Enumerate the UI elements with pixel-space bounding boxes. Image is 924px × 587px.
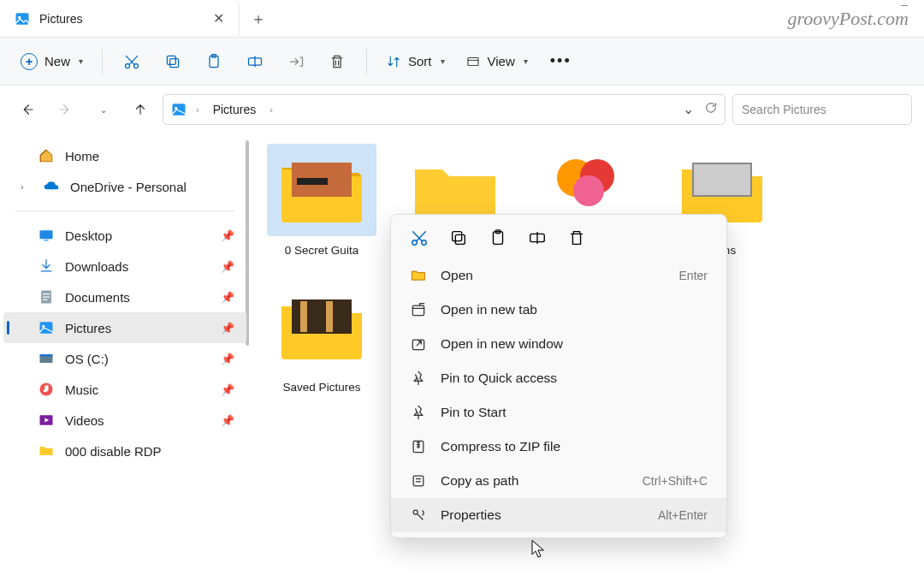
svg-rect-13 bbox=[44, 240, 49, 241]
pin-icon: 📌 bbox=[221, 353, 234, 365]
share-button[interactable] bbox=[277, 46, 315, 77]
ctx-shortcut: Enter bbox=[679, 269, 708, 282]
sidebar-label: 000 disable RDP bbox=[65, 444, 162, 459]
copy-button[interactable] bbox=[449, 228, 468, 247]
ctx-pin-quick-access[interactable]: Pin to Quick access bbox=[391, 361, 726, 395]
svg-rect-9 bbox=[468, 57, 478, 65]
pin-icon bbox=[410, 404, 427, 421]
up-button[interactable] bbox=[125, 94, 156, 125]
recent-button[interactable]: ⌄ bbox=[87, 94, 118, 125]
context-menu: Open Enter Open in new tab Open in new w… bbox=[390, 214, 727, 538]
sidebar-label: OneDrive - Personal bbox=[70, 180, 187, 194]
sidebar-label: OS (C:) bbox=[65, 352, 109, 366]
ctx-label: Compress to ZIP file bbox=[441, 439, 560, 454]
sidebar-item-home[interactable]: Home bbox=[3, 140, 246, 171]
ctx-label: Copy as path bbox=[441, 473, 518, 489]
ctx-label: Open bbox=[441, 268, 473, 283]
ctx-label: Open in new window bbox=[441, 336, 563, 352]
ctx-properties[interactable]: Properties Alt+Enter bbox=[391, 498, 726, 532]
sidebar-label: Desktop bbox=[65, 228, 112, 243]
folder-open-icon bbox=[410, 267, 427, 284]
ctx-compress-zip[interactable]: Compress to ZIP file bbox=[391, 430, 726, 464]
folder-label: 0 Secret Guita bbox=[285, 243, 358, 258]
properties-icon bbox=[410, 507, 427, 524]
cut-button[interactable] bbox=[113, 46, 151, 77]
new-tab-icon bbox=[410, 301, 427, 318]
ctx-label: Pin to Quick access bbox=[441, 371, 557, 386]
ctx-copy-path[interactable]: Copy as path Ctrl+Shift+C bbox=[391, 464, 726, 498]
paste-button[interactable] bbox=[195, 46, 233, 77]
ctx-open-new-window[interactable]: Open in new window bbox=[391, 327, 726, 361]
sidebar-label: Home bbox=[65, 149, 99, 163]
view-button[interactable]: View ▾ bbox=[457, 49, 536, 74]
pin-icon bbox=[410, 370, 427, 387]
paste-button[interactable] bbox=[489, 228, 507, 247]
folder-item[interactable]: 0 Secret Guita bbox=[267, 144, 376, 258]
onedrive-icon bbox=[43, 178, 60, 195]
sidebar-item-music[interactable]: Music 📌 bbox=[3, 374, 246, 405]
pin-icon: 📌 bbox=[221, 383, 234, 396]
sidebar-item-videos[interactable]: Videos 📌 bbox=[3, 405, 246, 436]
svg-point-25 bbox=[573, 175, 604, 206]
sort-label: Sort bbox=[408, 54, 432, 68]
svg-rect-5 bbox=[167, 56, 175, 64]
ctx-label: Open in new tab bbox=[441, 302, 537, 317]
svg-rect-35 bbox=[455, 234, 465, 244]
svg-rect-0 bbox=[16, 13, 29, 24]
ctx-pin-start[interactable]: Pin to Start bbox=[391, 395, 726, 430]
folder-icon bbox=[275, 289, 369, 365]
svg-rect-27 bbox=[694, 164, 750, 195]
ctx-open-new-tab[interactable]: Open in new tab bbox=[391, 293, 726, 327]
new-button[interactable]: + New ▾ bbox=[12, 48, 92, 75]
music-icon bbox=[38, 381, 55, 398]
back-button[interactable] bbox=[12, 94, 43, 125]
ctx-label: Pin to Start bbox=[441, 405, 506, 420]
address-bar[interactable]: › Pictures › ⌄ bbox=[163, 94, 726, 125]
rename-button[interactable] bbox=[236, 46, 274, 77]
ctx-open[interactable]: Open Enter bbox=[391, 258, 726, 293]
sidebar-item-downloads[interactable]: Downloads 📌 bbox=[3, 251, 246, 282]
minimize-button[interactable]: ─ bbox=[885, 0, 924, 10]
pictures-icon bbox=[38, 319, 55, 336]
ctx-shortcut: Alt+Enter bbox=[658, 508, 708, 522]
breadcrumb-pictures[interactable]: Pictures bbox=[208, 99, 262, 120]
drive-icon bbox=[38, 350, 55, 367]
sidebar-label: Videos bbox=[65, 413, 104, 428]
refresh-button[interactable] bbox=[704, 101, 718, 118]
tab-pictures[interactable]: Pictures ✕ bbox=[0, 0, 240, 37]
ctx-shortcut: Ctrl+Shift+C bbox=[643, 474, 708, 488]
tab-close-button[interactable]: ✕ bbox=[208, 9, 228, 29]
forward-button[interactable] bbox=[50, 94, 80, 125]
pin-icon: 📌 bbox=[221, 414, 234, 427]
svg-rect-29 bbox=[300, 301, 307, 332]
address-dropdown[interactable]: ⌄ bbox=[683, 101, 694, 118]
search-placeholder: Search Pictures bbox=[742, 103, 826, 116]
folder-item[interactable]: Saved Pictures bbox=[267, 281, 376, 395]
titlebar: Pictures ✕ ＋ groovyPost.com bbox=[0, 0, 924, 38]
pin-icon: 📌 bbox=[221, 322, 234, 335]
sidebar-item-onedrive[interactable]: › OneDrive - Personal bbox=[3, 171, 246, 202]
rename-button[interactable] bbox=[528, 228, 547, 247]
cut-button[interactable] bbox=[410, 228, 429, 247]
sort-button[interactable]: Sort ▾ bbox=[377, 49, 453, 74]
search-box[interactable]: Search Pictures bbox=[732, 94, 912, 125]
svg-rect-43 bbox=[413, 476, 424, 486]
copy-button[interactable] bbox=[154, 46, 192, 77]
sidebar-item-folder[interactable]: 000 disable RDP bbox=[3, 436, 246, 466]
new-tab-button[interactable]: ＋ bbox=[240, 0, 277, 37]
sidebar-item-pictures[interactable]: Pictures 📌 bbox=[3, 312, 246, 343]
delete-button[interactable] bbox=[318, 46, 356, 77]
svg-rect-36 bbox=[453, 232, 462, 241]
tab-title: Pictures bbox=[39, 12, 199, 26]
more-button[interactable]: ••• bbox=[540, 47, 582, 75]
chevron-right-icon: › bbox=[196, 104, 199, 115]
home-icon bbox=[38, 147, 55, 164]
separator bbox=[15, 210, 234, 211]
sidebar-item-osc[interactable]: OS (C:) 📌 bbox=[3, 343, 246, 374]
chevron-down-icon: ▾ bbox=[441, 56, 445, 66]
pictures-icon bbox=[170, 101, 187, 118]
navbar: ⌄ › Pictures › ⌄ Search Pictures bbox=[0, 86, 924, 133]
delete-button[interactable] bbox=[567, 228, 586, 247]
sidebar-item-desktop[interactable]: Desktop 📌 bbox=[3, 220, 246, 251]
sidebar-item-documents[interactable]: Documents 📌 bbox=[3, 282, 246, 312]
